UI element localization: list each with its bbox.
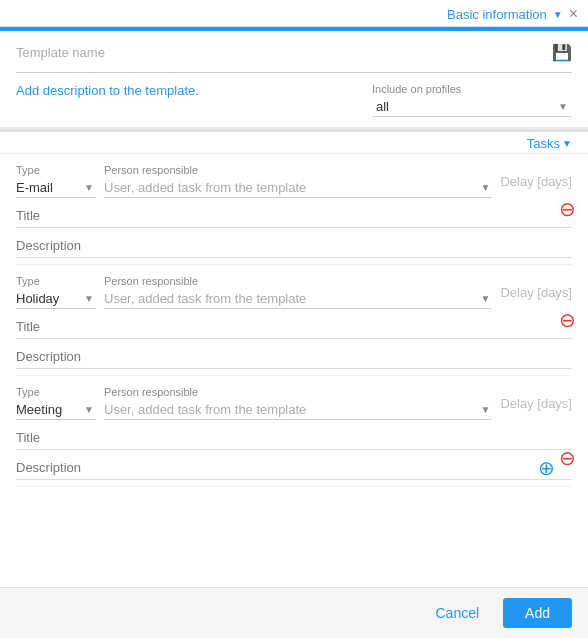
person-value: User, added task from the template xyxy=(104,291,479,306)
type-value: Holiday xyxy=(16,291,82,306)
task-item: Type Meeting ▼ Person responsible User, … xyxy=(16,376,572,487)
task-item: Type E-mail ▼ Person responsible User, a… xyxy=(16,154,572,265)
type-arrow: ▼ xyxy=(84,182,94,193)
tasks-label: Tasks xyxy=(527,136,560,151)
profiles-select[interactable]: all ▼ xyxy=(372,97,572,117)
delay-label: Delay [days] xyxy=(500,396,572,411)
task-desc-input[interactable] xyxy=(16,234,572,258)
task-title-input[interactable] xyxy=(16,204,572,228)
profiles-select-arrow: ▼ xyxy=(558,101,568,112)
add-description-link[interactable]: Add description to the template. xyxy=(16,83,199,98)
type-arrow: ▼ xyxy=(84,293,94,304)
include-profiles-group: Include on profiles all ▼ xyxy=(372,83,572,117)
task-desc-row xyxy=(16,345,572,369)
task-title-input[interactable] xyxy=(16,315,572,339)
type-value: E-mail xyxy=(16,180,82,195)
task-action-btns: ⊕ ⊖ xyxy=(538,458,576,478)
type-label: Type xyxy=(16,275,96,287)
add-button[interactable]: Add xyxy=(503,598,572,628)
task-title-row xyxy=(16,204,572,228)
task-desc-input[interactable] xyxy=(16,345,572,369)
modal: Basic information ▼ × Template name 💾 Ad… xyxy=(0,0,588,638)
row-two: Add description to the template. Include… xyxy=(16,83,572,117)
type-group: Type Meeting ▼ xyxy=(16,386,96,420)
remove-task-btn[interactable]: ⊖ xyxy=(559,199,576,219)
close-icon[interactable]: × xyxy=(569,6,578,22)
person-label: Person responsible xyxy=(104,164,492,176)
template-name-underline xyxy=(16,72,572,73)
type-select[interactable]: Meeting ▼ xyxy=(16,400,96,420)
person-select[interactable]: User, added task from the template ▼ xyxy=(104,289,492,309)
tasks-chevron[interactable]: ▼ xyxy=(562,138,572,149)
add-task-btn[interactable]: ⊕ xyxy=(538,458,555,478)
remove-task-btn[interactable]: ⊖ xyxy=(559,310,576,330)
header-right: Basic information ▼ × xyxy=(447,6,578,22)
task-row-top: Type E-mail ▼ Person responsible User, a… xyxy=(16,164,572,198)
remove-task-btn[interactable]: ⊖ xyxy=(559,448,576,468)
type-label: Type xyxy=(16,386,96,398)
type-label: Type xyxy=(16,164,96,176)
task-desc-row: ⊕ ⊖ xyxy=(16,456,572,480)
task-desc-input[interactable] xyxy=(16,456,572,480)
task-title-row xyxy=(16,426,572,450)
person-select[interactable]: User, added task from the template ▼ xyxy=(104,178,492,198)
type-group: Type Holiday ▼ xyxy=(16,275,96,309)
delay-label: Delay [days] xyxy=(500,174,572,189)
person-arrow: ▼ xyxy=(481,404,491,415)
type-value: Meeting xyxy=(16,402,82,417)
person-group: Person responsible User, added task from… xyxy=(104,164,492,198)
template-name-placeholder: Template name xyxy=(16,45,552,60)
modal-header: Basic information ▼ × xyxy=(0,0,588,27)
person-arrow: ▼ xyxy=(481,293,491,304)
person-select[interactable]: User, added task from the template ▼ xyxy=(104,400,492,420)
task-item: Type Holiday ▼ Person responsible User, … xyxy=(16,265,572,376)
tasks-header-bar: Tasks ▼ xyxy=(0,132,588,154)
task-title-row xyxy=(16,315,572,339)
basic-info-chevron[interactable]: ▼ xyxy=(553,9,563,20)
profiles-value: all xyxy=(376,99,389,114)
tasks-list: Type E-mail ▼ Person responsible User, a… xyxy=(0,154,588,587)
modal-footer: Cancel Add xyxy=(0,587,588,638)
template-name-row: Template name 💾 xyxy=(16,43,572,62)
task-row-top: Type Holiday ▼ Person responsible User, … xyxy=(16,275,572,309)
task-row-top: Type Meeting ▼ Person responsible User, … xyxy=(16,386,572,420)
person-group: Person responsible User, added task from… xyxy=(104,275,492,309)
person-value: User, added task from the template xyxy=(104,180,479,195)
type-select[interactable]: E-mail ▼ xyxy=(16,178,96,198)
person-arrow: ▼ xyxy=(481,182,491,193)
type-group: Type E-mail ▼ xyxy=(16,164,96,198)
person-value: User, added task from the template xyxy=(104,402,479,417)
basic-info-section: Template name 💾 Add description to the t… xyxy=(0,31,588,129)
type-arrow: ▼ xyxy=(84,404,94,415)
delay-label: Delay [days] xyxy=(500,285,572,300)
include-profiles-label: Include on profiles xyxy=(372,83,572,95)
task-desc-row xyxy=(16,234,572,258)
save-icon: 💾 xyxy=(552,43,572,62)
person-group: Person responsible User, added task from… xyxy=(104,386,492,420)
person-label: Person responsible xyxy=(104,275,492,287)
person-label: Person responsible xyxy=(104,386,492,398)
type-select[interactable]: Holiday ▼ xyxy=(16,289,96,309)
cancel-button[interactable]: Cancel xyxy=(421,599,493,627)
task-title-input[interactable] xyxy=(16,426,572,450)
basic-info-label: Basic information xyxy=(447,7,547,22)
